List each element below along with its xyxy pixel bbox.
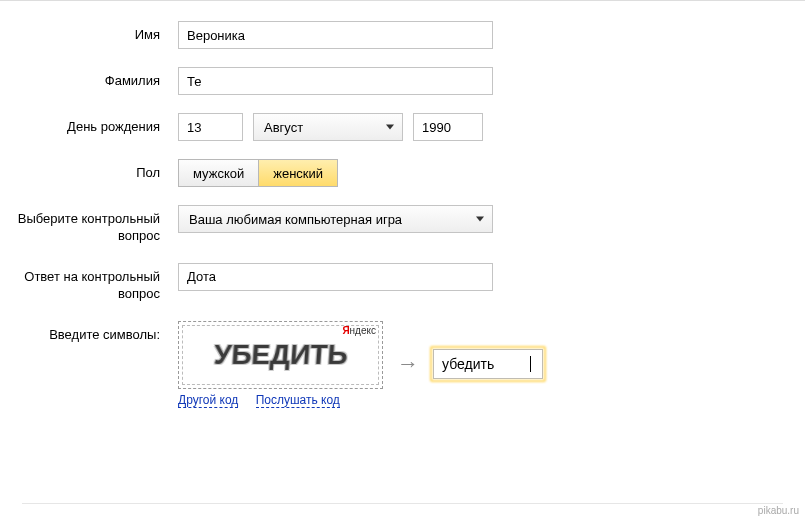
field-captcha: Яндекс УБЕДИТЬ Другой код Послушать код … xyxy=(178,321,543,407)
registration-form-page: Имя Фамилия День рождения Август xyxy=(0,0,805,518)
captcha-input[interactable] xyxy=(433,349,543,379)
form-container: Имя Фамилия День рождения Август xyxy=(0,1,805,407)
birth-day-input[interactable] xyxy=(178,113,243,141)
row-security-answer: Ответ на контрольный вопрос xyxy=(0,263,805,303)
label-gender: Пол xyxy=(0,159,178,182)
field-security-question: Ваша любимая компьютерная игра xyxy=(178,205,493,233)
row-birthday: День рождения Август xyxy=(0,113,805,141)
row-first-name: Имя xyxy=(0,21,805,49)
label-captcha: Введите символы: xyxy=(0,321,178,344)
captcha-frame: Яндекс УБЕДИТЬ Другой код Послушать код xyxy=(178,321,383,407)
field-gender: мужской женский xyxy=(178,159,338,187)
security-answer-input[interactable] xyxy=(178,263,493,291)
captcha-links: Другой код Послушать код xyxy=(178,393,383,407)
field-last-name xyxy=(178,67,493,95)
gender-toggle: мужской женский xyxy=(178,159,338,187)
row-last-name: Фамилия xyxy=(0,67,805,95)
label-birthday: День рождения xyxy=(0,113,178,136)
label-first-name: Имя xyxy=(0,21,178,44)
captcha-input-wrap xyxy=(433,349,543,379)
captcha-listen-link[interactable]: Послушать код xyxy=(256,393,340,408)
row-captcha: Введите символы: Яндекс УБЕДИТЬ Другой к… xyxy=(0,321,805,407)
captcha-new-code-link[interactable]: Другой код xyxy=(178,393,238,408)
brand-rest: ндекс xyxy=(350,325,376,336)
captcha-brand: Яндекс xyxy=(342,325,376,336)
gender-option-male[interactable]: мужской xyxy=(179,160,258,186)
row-gender: Пол мужской женский xyxy=(0,159,805,187)
captcha-word: УБЕДИТЬ xyxy=(213,339,349,371)
text-caret-icon xyxy=(530,356,531,372)
security-question-value: Ваша любимая компьютерная игра xyxy=(189,212,402,227)
arrow-right-icon: → xyxy=(397,351,419,377)
field-first-name xyxy=(178,21,493,49)
watermark: pikabu.ru xyxy=(758,505,799,516)
row-security-question: Выберите контрольный вопрос Ваша любимая… xyxy=(0,205,805,245)
label-security-answer: Ответ на контрольный вопрос xyxy=(0,263,178,303)
birth-year-input[interactable] xyxy=(413,113,483,141)
captcha-image: Яндекс УБЕДИТЬ xyxy=(178,321,383,389)
first-name-input[interactable] xyxy=(178,21,493,49)
label-last-name: Фамилия xyxy=(0,67,178,90)
security-question-select[interactable]: Ваша любимая компьютерная игра xyxy=(178,205,493,233)
field-security-answer xyxy=(178,263,493,291)
birth-month-value: Август xyxy=(264,120,303,135)
label-security-question: Выберите контрольный вопрос xyxy=(0,205,178,245)
chevron-down-icon xyxy=(476,217,484,222)
last-name-input[interactable] xyxy=(178,67,493,95)
chevron-down-icon xyxy=(386,125,394,130)
birth-month-select[interactable]: Август xyxy=(253,113,403,141)
gender-option-female[interactable]: женский xyxy=(258,160,337,186)
divider xyxy=(22,503,783,504)
field-birthday: Август xyxy=(178,113,483,141)
brand-letter: Я xyxy=(342,325,349,336)
